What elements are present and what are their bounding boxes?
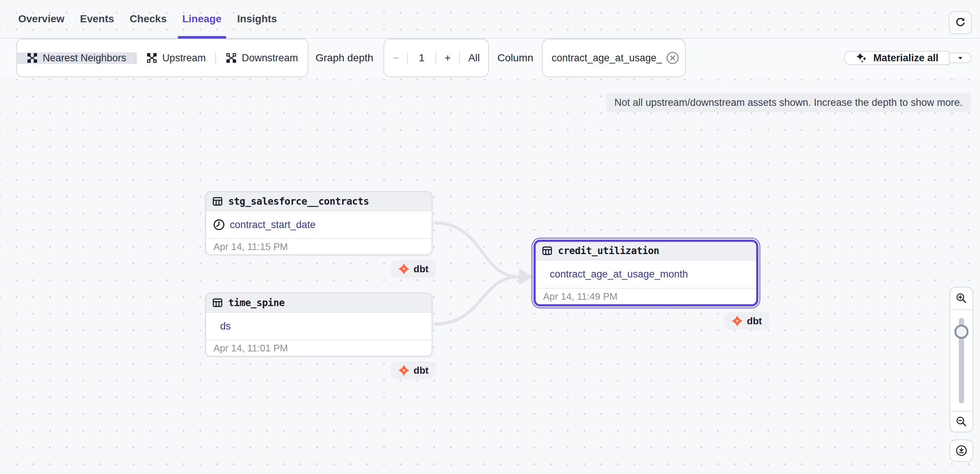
- tab-overview[interactable]: Overview: [17, 0, 66, 38]
- node-column-name: contract_age_at_usage_month: [550, 268, 688, 280]
- node-time-spine[interactable]: time_spine ds Apr 14, 11:01 PM: [205, 293, 433, 357]
- edge-timespine-to-credit: [435, 277, 519, 324]
- node-timestamp: Apr 14, 11:01 PM: [206, 340, 432, 356]
- dbt-badge-label: dbt: [414, 365, 428, 376]
- dbt-badge-label: dbt: [414, 263, 428, 275]
- node-timestamp: Apr 14, 11:49 PM: [536, 288, 756, 304]
- lineage-canvas[interactable]: Not all upstream/downstream assets shown…: [0, 77, 980, 474]
- zoom-in-icon: [955, 292, 968, 305]
- node-title: time_spine: [228, 297, 285, 308]
- tab-lineage[interactable]: Lineage: [181, 0, 223, 38]
- dbt-logo-icon: [398, 263, 410, 275]
- node-column-row[interactable]: ds: [206, 313, 432, 340]
- zoom-slider-handle[interactable]: [955, 325, 969, 339]
- nearest-neighbors-button[interactable]: Nearest Neighbors: [17, 53, 136, 64]
- node-header: stg_salesforce__contracts: [206, 192, 432, 211]
- refresh-icon: [955, 17, 966, 29]
- table-icon: [212, 297, 223, 308]
- zoom-panel: [950, 287, 973, 433]
- graph-depth-label: Graph depth: [315, 38, 374, 77]
- tab-events[interactable]: Events: [79, 0, 116, 38]
- tab-checks[interactable]: Checks: [128, 0, 168, 38]
- downstream-icon: [226, 53, 237, 64]
- nav-tabs: Overview Events Checks Lineage Insights: [17, 0, 278, 38]
- node-column-row[interactable]: contract_age_at_usage_month: [536, 260, 756, 288]
- depth-decrease-button[interactable]: −: [384, 52, 407, 64]
- node-header: credit_utilization: [536, 242, 756, 260]
- chevron-down-icon: [956, 54, 965, 62]
- refresh-button[interactable]: [949, 11, 972, 34]
- top-nav: Overview Events Checks Lineage Insights: [0, 0, 980, 38]
- nearest-neighbors-icon: [27, 53, 38, 64]
- zoom-out-icon: [955, 415, 968, 428]
- table-icon: [212, 196, 223, 207]
- upstream-icon: [146, 53, 158, 64]
- node-column-name: ds: [220, 321, 231, 332]
- node-title: stg_salesforce__contracts: [228, 196, 369, 207]
- node-column-name: contract_start_date: [230, 219, 315, 231]
- edge-stg-to-credit: [435, 223, 519, 277]
- zoom-out-button[interactable]: [950, 411, 972, 432]
- zoom-slider[interactable]: [950, 310, 972, 411]
- upstream-label: Upstream: [162, 53, 206, 64]
- lineage-toolbar: Nearest Neighbors Upstream Downstream Gr…: [0, 38, 980, 77]
- node-timestamp: Apr 14, 11:15 PM: [206, 238, 432, 254]
- node-column-row[interactable]: contract_start_date: [206, 211, 432, 238]
- dbt-logo-icon: [398, 364, 410, 376]
- edge-arrowhead: [519, 268, 533, 285]
- materialize-all-label: Materialize all: [873, 53, 939, 64]
- downstream-button[interactable]: Downstream: [215, 53, 308, 64]
- dbt-badge-label: dbt: [747, 315, 762, 327]
- column-filter-chip[interactable]: contract_age_at_usage_: [542, 38, 686, 77]
- fit-view-icon: [955, 444, 968, 457]
- materialize-dropdown-button[interactable]: [950, 53, 972, 63]
- node-header: time_spine: [206, 294, 432, 313]
- fit-view-button[interactable]: [950, 439, 973, 462]
- circle-x-icon[interactable]: [666, 51, 680, 65]
- dbt-badge: dbt: [390, 260, 436, 278]
- node-credit-utilization[interactable]: credit_utilization contract_age_at_usage…: [533, 239, 758, 306]
- node-title: credit_utilization: [558, 245, 659, 256]
- materialize-all-button[interactable]: Materialize all: [844, 51, 950, 65]
- zoom-in-button[interactable]: [950, 287, 972, 310]
- dbt-badge: dbt: [390, 361, 436, 379]
- graph-mode-segmented-control: Nearest Neighbors Upstream Downstream: [16, 38, 309, 77]
- dbt-badge: dbt: [724, 312, 769, 330]
- tab-insights[interactable]: Insights: [236, 0, 278, 38]
- depth-value: 1: [407, 52, 436, 64]
- depth-notice: Not all upstream/downstream assets shown…: [606, 93, 971, 112]
- graph-depth-stepper: − 1 + All: [383, 38, 489, 77]
- table-icon: [542, 245, 553, 256]
- lineage-edges: [0, 77, 980, 474]
- clock-icon: [213, 219, 225, 231]
- sparkles-icon: [855, 52, 868, 64]
- depth-increase-button[interactable]: +: [436, 52, 459, 64]
- materialize-split-button: Materialize all: [844, 38, 972, 77]
- node-stg-salesforce-contracts[interactable]: stg_salesforce__contracts contract_start…: [205, 191, 433, 255]
- dbt-logo-icon: [731, 315, 743, 327]
- depth-all-button[interactable]: All: [459, 52, 488, 64]
- upstream-button[interactable]: Upstream: [136, 53, 215, 64]
- downstream-label: Downstream: [242, 53, 298, 64]
- nearest-neighbors-label: Nearest Neighbors: [43, 53, 126, 64]
- column-filter-value: contract_age_at_usage_: [552, 53, 662, 64]
- column-filter-label: Column: [498, 38, 533, 77]
